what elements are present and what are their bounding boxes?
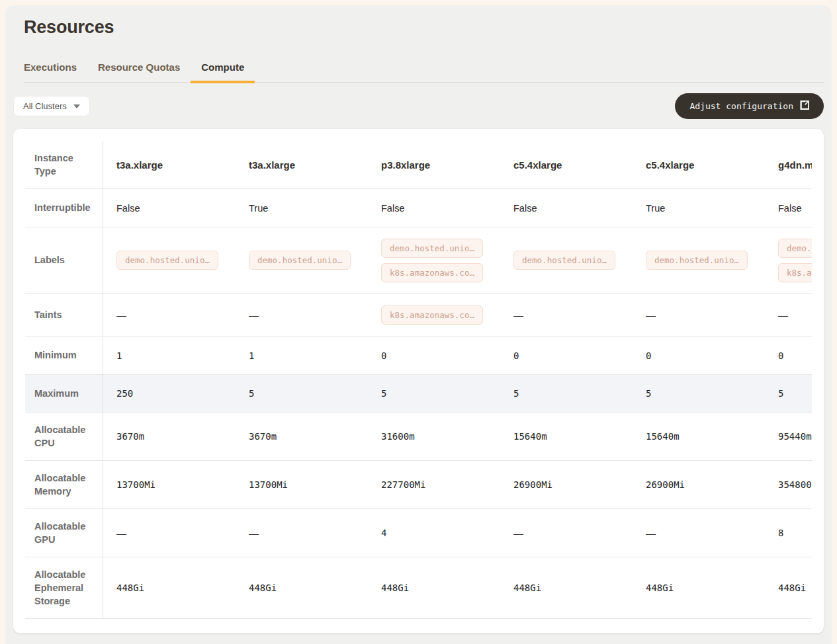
label-chip: demo.hosted.unio… xyxy=(249,251,351,270)
row-header-allocatable_cpu: Allocatable CPU xyxy=(25,413,103,460)
allocatable_ephemeral_storage-cell-col5: 448Gi xyxy=(633,557,765,618)
tab-compute[interactable]: Compute xyxy=(201,61,244,82)
label-chip: k8s.amazonaws.co… xyxy=(381,263,483,282)
allocatable_ephemeral_storage-cell-col4: 448Gi xyxy=(500,557,633,618)
taints-cell-col2: — xyxy=(236,294,368,336)
allocatable_memory-cell-col2: 13700Mi xyxy=(236,461,368,508)
cluster-filter-value: All Clusters xyxy=(23,101,67,111)
interruptible-cell-col3: False xyxy=(368,189,500,227)
cluster-filter-dropdown[interactable]: All Clusters xyxy=(13,96,90,116)
allocatable_memory-cell-col1: 13700Mi xyxy=(103,461,236,508)
tab-executions[interactable]: Executions xyxy=(24,61,77,82)
maximum-value: 5 xyxy=(249,388,254,399)
taints-cell-col1: — xyxy=(103,294,236,336)
empty-value-dash: — xyxy=(249,309,259,321)
chip-stack: demo.hosted.unio…k8s.amazonaws.co… xyxy=(778,232,812,289)
allocatable_memory-value: 13700Mi xyxy=(249,479,288,490)
allocatable_cpu-value: 15640m xyxy=(513,431,547,442)
instance_type-value: t3a.xlarge xyxy=(249,159,295,171)
label-chip: demo.hosted.unio… xyxy=(646,251,748,270)
interruptible-value: True xyxy=(249,203,268,214)
interruptible-cell-col6: False xyxy=(765,189,812,227)
allocatable_cpu-cell-col5: 15640m xyxy=(633,413,765,460)
allocatable_ephemeral_storage-value: 448Gi xyxy=(381,583,409,593)
allocatable_gpu-cell-col1: — xyxy=(103,509,236,557)
allocatable_cpu-cell-col1: 3670m xyxy=(103,413,236,460)
labels-cell-col1: demo.hosted.unio… xyxy=(103,227,236,293)
allocatable_ephemeral_storage-value: 448Gi xyxy=(513,583,541,593)
instance_type-value: t3a.xlarge xyxy=(116,159,163,171)
allocatable_memory-cell-col3: 227700Mi xyxy=(368,461,500,508)
allocatable_gpu-value: — xyxy=(116,528,126,539)
labels-cell-col5: demo.hosted.unio… xyxy=(633,227,765,293)
row-header-labels: Labels xyxy=(25,227,103,293)
allocatable_memory-value: 26900Mi xyxy=(646,479,685,490)
interruptible-cell-col1: False xyxy=(103,189,236,227)
maximum-cell-col5: 5 xyxy=(633,375,765,412)
table-row-taints: Taints——k8s.amazonaws.co…——— xyxy=(25,294,812,337)
minimum-value: 0 xyxy=(778,350,783,361)
row-header-taints: Taints xyxy=(25,294,103,336)
instance_type-value: c5.4xlarge xyxy=(646,159,694,171)
allocatable_cpu-value: 3670m xyxy=(249,431,277,442)
row-header-allocatable_gpu: Allocatable GPU xyxy=(25,509,103,557)
minimum-value: 0 xyxy=(646,350,651,361)
instance_type-cell-col3: p3.8xlarge xyxy=(368,141,500,188)
allocatable_cpu-cell-col2: 3670m xyxy=(236,413,368,460)
taints-cell-col4: — xyxy=(500,294,633,336)
allocatable_ephemeral_storage-cell-col3: 448Gi xyxy=(368,557,500,618)
label-chip: demo.hosted.unio… xyxy=(116,251,218,270)
allocatable_gpu-value: 4 xyxy=(381,528,386,538)
allocatable_gpu-cell-col6: 8 xyxy=(765,509,812,557)
labels-cell-col2: demo.hosted.unio… xyxy=(236,227,368,293)
label-chip: k8s.amazonaws.co… xyxy=(778,263,812,282)
empty-value-dash: — xyxy=(513,309,523,321)
instance_type-cell-col1: t3a.xlarge xyxy=(103,141,236,188)
interruptible-cell-col2: True xyxy=(236,189,368,227)
chip-stack: demo.hosted.unio… xyxy=(513,244,615,276)
minimum-cell-col6: 0 xyxy=(765,337,812,374)
allocatable_cpu-value: 95440m xyxy=(778,431,812,442)
table-row-labels: Labelsdemo.hosted.unio…demo.hosted.unio…… xyxy=(25,227,812,294)
chip-stack: k8s.amazonaws.co… xyxy=(381,299,483,331)
row-cells: 13700Mi13700Mi227700Mi26900Mi26900Mi3548… xyxy=(103,461,812,508)
instance_type-cell-col4: c5.4xlarge xyxy=(500,141,633,188)
table-scroll-area[interactable]: Instance Typet3a.xlarget3a.xlargep3.8xla… xyxy=(25,141,812,619)
labels-cell-col3: demo.hosted.unio…k8s.amazonaws.co… xyxy=(368,227,500,293)
row-cells: t3a.xlarget3a.xlargep3.8xlargec5.4xlarge… xyxy=(103,141,812,188)
label-chip: demo.hosted.unio… xyxy=(778,239,812,258)
minimum-cell-col1: 1 xyxy=(103,337,236,374)
allocatable_ephemeral_storage-value: 448Gi xyxy=(116,583,144,593)
compute-table-card: Instance Typet3a.xlarget3a.xlargep3.8xla… xyxy=(13,129,824,633)
chip-stack: demo.hosted.unio… xyxy=(249,244,351,276)
row-cells: 3670m3670m31600m15640m15640m95440m xyxy=(103,413,812,460)
allocatable_memory-value: 26900Mi xyxy=(513,479,552,490)
taint-chip: k8s.amazonaws.co… xyxy=(381,305,483,325)
adjust-configuration-label: Adjust configuration xyxy=(689,101,793,111)
allocatable_gpu-value: — xyxy=(249,528,259,539)
tab-bar: Executions Resource Quotas Compute xyxy=(24,61,824,83)
allocatable_cpu-cell-col3: 31600m xyxy=(368,413,500,460)
allocatable_gpu-cell-col5: — xyxy=(633,509,765,557)
minimum-value: 1 xyxy=(249,350,254,361)
table-row-maximum: Maximum25055555 xyxy=(25,375,812,413)
taints-cell-col3: k8s.amazonaws.co… xyxy=(368,294,500,336)
minimum-cell-col5: 0 xyxy=(633,337,765,374)
maximum-value: 5 xyxy=(778,388,783,399)
maximum-cell-col6: 5 xyxy=(765,375,812,412)
allocatable_memory-value: 227700Mi xyxy=(381,479,425,490)
resources-panel: Resources Executions Resource Quotas Com… xyxy=(5,5,832,644)
adjust-configuration-button[interactable]: Adjust configuration xyxy=(675,93,824,119)
instance_type-value: p3.8xlarge xyxy=(381,159,430,171)
allocatable_gpu-cell-col4: — xyxy=(500,509,633,557)
label-chip: demo.hosted.unio… xyxy=(513,251,615,270)
allocatable_gpu-cell-col2: — xyxy=(236,509,368,557)
allocatable_ephemeral_storage-value: 448Gi xyxy=(778,583,806,593)
empty-value-dash: — xyxy=(778,309,788,321)
chip-stack: demo.hosted.unio… xyxy=(646,244,748,276)
row-cells: FalseTrueFalseFalseTrueFalse xyxy=(103,189,812,227)
row-cells: ——k8s.amazonaws.co…——— xyxy=(103,294,812,336)
tab-resource-quotas[interactable]: Resource Quotas xyxy=(98,61,180,82)
table-row-allocatable_gpu: Allocatable GPU——4——8 xyxy=(25,509,812,557)
chip-stack: demo.hosted.unio… xyxy=(116,244,218,276)
